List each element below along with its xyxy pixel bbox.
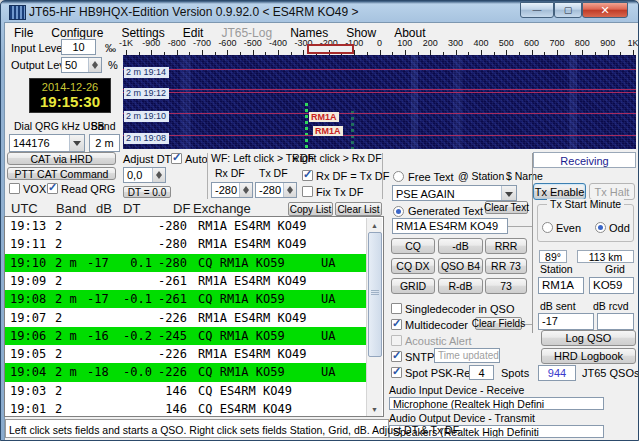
ruler-label: 800 [569,38,595,48]
spinner-arrows-icon[interactable] [152,168,165,182]
maximize-button[interactable]: ▢ [554,2,582,18]
minimize-button[interactable]: — [520,2,554,18]
macro-cq[interactable]: CQ [391,238,435,254]
hrd-logbook-button[interactable]: HRD Logbook [541,348,636,364]
auto-dt-checkbox[interactable] [171,153,182,164]
clear-list-button[interactable]: Clear List [335,202,382,216]
decode-row[interactable]: 19:082 m-17-0.1-261CQ RM1A KO59UA [5,290,369,308]
dt-reset-button[interactable]: DT = 0.0 [123,186,171,198]
db-rcvd-field[interactable] [597,313,634,330]
macro-rr-73[interactable]: RR 73 [485,258,527,274]
spinner-arrows-icon[interactable] [88,58,101,72]
menu-bar: FileConfigureSettingsEditJT65-LogNamesSh… [5,23,635,38]
fix-tx-df-label: Fix Tx DF [316,186,363,198]
menu-file[interactable]: File [5,24,42,43]
ruler-label: 700 [544,38,570,48]
band-label: Band [91,121,116,133]
ruler-label: 600 [519,38,545,48]
name-hint-label: $ Name [506,171,543,183]
tx-df-value: -280 [259,184,281,196]
decode-row[interactable]: 19:102 m-170.1-280CQ RM1A KO59UA [5,254,369,272]
multidecoder-checkbox[interactable] [391,319,402,330]
grid-field[interactable]: KO59 [589,277,634,294]
macro-cq-dx[interactable]: CQ DX [391,258,435,274]
input-level-field[interactable]: 10 [61,39,96,55]
dial-qrg-combo[interactable]: 144176 [9,134,85,152]
waterfall-minute-line [123,92,636,93]
station-label: Station [540,264,573,276]
waterfall-display[interactable]: 2 m 19:142 m 19:122 m 19:102 m 19:08RM1A… [123,55,636,149]
copy-list-button[interactable]: Copy List [288,202,333,216]
acoustic-alert-checkbox[interactable] [391,335,402,346]
macro--db[interactable]: -dB [438,238,483,254]
decode-row[interactable]: 19:112-280RM1A ES4RM KO49 [5,235,369,253]
decode-cell-df: -226 [151,311,187,325]
free-text-radio[interactable] [393,171,404,182]
macro-qso-b4[interactable]: QSO B4 [438,258,483,274]
decode-row[interactable]: 19:032146CQ ES4RM KO49 [5,382,369,400]
decode-row[interactable]: 19:092-261RM1A ES4RM KO49 [5,272,369,290]
macro-73[interactable]: 73 [485,278,527,294]
decode-row[interactable]: 19:012146CQ ES4RM KO49 [5,400,369,418]
spot-psk-checkbox[interactable] [391,367,402,378]
waterfall-callsign-label: RM1A [309,112,339,122]
decode-cell-band: 2 [55,237,62,251]
decode-row[interactable]: 19:052-226RM1A ES4RM KO49 [5,345,369,363]
decode-row[interactable]: 19:072-226RM1A ES4RM KO49 [5,309,369,327]
spinner-arrows-icon[interactable] [239,183,252,197]
rx-eq-tx-checkbox[interactable] [302,170,313,181]
tx-odd-radio[interactable] [595,222,606,233]
tx-df-spinner[interactable]: -280 [255,182,297,198]
decode-cell-cty: UA [321,292,335,306]
rx-df-spinner[interactable]: -280 [211,182,253,198]
generated-text-field[interactable]: RM1A ES4RM KO49 [392,218,508,234]
decode-table[interactable]: 19:132-280RM1A ES4RM KO4919:112-280RM1A … [4,216,384,417]
decode-cell-cty: UA [321,365,335,379]
macro-grid[interactable]: GRID [391,278,435,294]
spinner-arrows-icon[interactable] [283,183,296,197]
decode-cell-df: -280 [151,256,187,270]
singledecoder-checkbox[interactable] [391,303,402,314]
clear-text-button[interactable]: Clear Text [485,201,528,214]
decode-row[interactable]: 19:042 m-18-0.0-226CQ RM1A KO59UA [5,363,369,381]
decode-cell-utc: 19:01 [10,402,46,416]
distance-field: 113 km [577,250,634,263]
close-button[interactable]: ✕ [582,2,628,18]
log-qso-button[interactable]: Log QSO [541,330,636,346]
audio-input-field: Microphone (Realtek High Defini [389,397,604,410]
fix-tx-df-checkbox[interactable] [302,186,313,197]
scroll-up-icon[interactable]: ▲ [367,218,382,232]
decode-row[interactable]: 19:132-280RM1A ES4RM KO49 [5,217,369,235]
rx-eq-tx-label: Rx DF = Tx DF [316,170,389,182]
dt-spinner[interactable]: 0,0 [123,167,166,183]
cat-mode-button[interactable]: CAT via HRD [7,152,116,165]
chevron-down-icon[interactable] [501,186,516,200]
macro-rrr[interactable]: RRR [485,238,527,254]
vox-checkbox[interactable] [9,183,20,194]
sntp-checkbox[interactable] [391,351,402,362]
decode-cell-utc: 19:03 [10,384,46,398]
generated-text-radio[interactable] [393,206,404,217]
output-level-spinner[interactable]: 50 [61,57,102,73]
decode-cell-band: 2 m [55,365,77,379]
read-qrg-checkbox[interactable] [47,183,58,194]
ptt-mode-button[interactable]: PTT CAT Command [7,167,116,180]
station-field[interactable]: RM1A [538,277,584,294]
decode-cell-df: -280 [151,219,187,233]
clear-fields-button[interactable]: Clear Fields [475,317,522,330]
tx-even-radio[interactable] [542,222,553,233]
macro-r-db[interactable]: R-dB [438,278,483,294]
decode-row[interactable]: 19:062 m-16-0.2-245CQ RM1A KO59UA [5,327,369,345]
frequency-ruler[interactable]: -1K-900-800-700-600-500-400-300-200-1000… [123,38,636,55]
decode-cell-utc: 19:13 [10,219,46,233]
db-sent-field[interactable]: -17 [538,313,594,330]
scrollbar[interactable]: ▲ ▼ [366,218,382,416]
free-text-combo[interactable]: PSE AGAIN [392,185,517,201]
chevron-down-icon[interactable] [69,135,84,151]
scrollbar-thumb[interactable] [368,232,382,357]
spots-count-field[interactable]: 4 [469,365,494,380]
decode-header-df: DF [173,202,190,216]
decode-header-band: Band [56,202,86,216]
db-rcvd-label: dB rcvd [593,301,629,313]
scroll-down-icon[interactable]: ▼ [367,402,382,416]
